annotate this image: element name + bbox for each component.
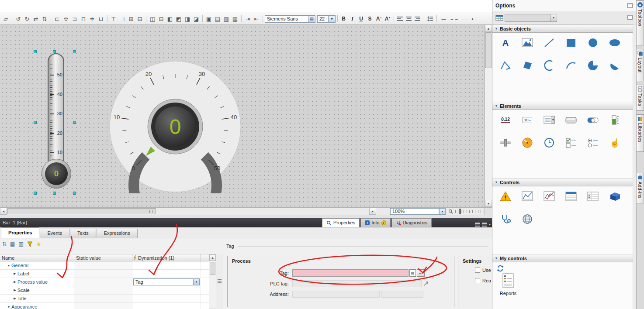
tag-input[interactable] [292, 269, 409, 277]
same-height-icon[interactable]: ⊣ [118, 15, 127, 23]
strikethrough-button[interactable]: S [366, 15, 374, 23]
side-tab-tasks[interactable]: Tasks [637, 85, 644, 111]
paragraph-align-right-icon[interactable] [413, 15, 422, 23]
rectangle-tool[interactable] [564, 36, 578, 49]
selection-handle[interactable] [73, 121, 76, 124]
recipe-view-tool[interactable] [586, 190, 599, 203]
dynamization-combobox[interactable]: Tag ▾ [133, 278, 200, 285]
property-row-process-value[interactable]: ▶Process value Tag ▾ [0, 278, 209, 286]
line-style-button[interactable]: ···· [460, 15, 470, 23]
reports-control[interactable]: Reports [496, 273, 520, 296]
polygon-tool[interactable] [521, 59, 534, 72]
side-tab-add-ins[interactable]: Add-ins [637, 173, 644, 203]
alarm-table-tool[interactable] [564, 190, 578, 203]
canvas-vertical-scrollbar[interactable]: ▲ ▼ [485, 25, 492, 207]
center-vertically-icon[interactable]: ◩ [174, 15, 183, 23]
scroll-up-icon[interactable]: ▲ [485, 25, 492, 32]
segment-tool[interactable] [608, 59, 621, 72]
bar-widget[interactable]: 50 40 30 20 10 0 [36, 52, 80, 196]
clock-tool[interactable] [543, 136, 556, 149]
button-tool[interactable] [564, 113, 578, 127]
line-style-button[interactable]: — [439, 15, 449, 23]
toolbar-overflow-icon[interactable]: ▸ [472, 17, 474, 21]
refresh-icon[interactable] [497, 265, 504, 272]
paragraph-align-left-icon[interactable] [396, 15, 405, 23]
snap-grid-icon[interactable]: ⊟ [135, 15, 144, 23]
pie-tool[interactable] [586, 59, 599, 72]
pane-splitter[interactable] [216, 254, 223, 309]
section-my-controls[interactable]: ▾ My controls [492, 254, 636, 262]
tab-properties[interactable]: Properties [322, 218, 360, 227]
side-tab-libraries[interactable]: Libraries [637, 114, 644, 152]
scroll-left-icon[interactable]: ◄ [0, 208, 7, 215]
plc-tag-input[interactable] [292, 280, 422, 287]
paragraph-align-center-icon[interactable] [405, 15, 413, 23]
tab-properties-sheet[interactable]: Properties [1, 227, 39, 238]
circle-tool[interactable] [586, 36, 599, 49]
section-basic-objects[interactable]: ▾ Basic objects [492, 24, 636, 33]
send-to-back-icon[interactable]: ▤ [213, 15, 222, 23]
column-name[interactable]: Name [0, 254, 74, 261]
tab-texts[interactable]: Texts [70, 229, 96, 238]
distribute-vertical-icon[interactable]: ⊟ [157, 15, 166, 23]
small-window-icon[interactable] [627, 15, 633, 20]
screen-canvas[interactable]: 50 40 30 20 10 0 0 10 20 [0, 25, 485, 207]
polyline-tool[interactable] [499, 59, 512, 72]
list-view-icon[interactable]: ▥ [18, 241, 23, 247]
selection-handle[interactable] [34, 192, 37, 195]
slider-tool[interactable] [499, 136, 512, 149]
font-family-combobox[interactable]: Siemens Sans [265, 15, 308, 23]
selection-handle[interactable] [73, 50, 76, 53]
symbolic-io-field-tool[interactable] [543, 113, 556, 127]
sort-icon[interactable]: ⇅ [2, 241, 7, 247]
align-bottom-icon[interactable]: ⊔ [97, 15, 105, 23]
zoom-slider-handle[interactable] [459, 209, 461, 214]
check-box-tool[interactable] [564, 136, 578, 149]
detail-view-icon[interactable]: ▤ [10, 241, 15, 247]
line-style-button[interactable]: – – [449, 15, 460, 23]
browser-tool[interactable] [608, 190, 621, 203]
horizontal-splitter[interactable] [0, 215, 492, 218]
tag-browse-button[interactable]: ... [417, 269, 425, 277]
property-row-title[interactable]: ▶Title [0, 295, 209, 303]
zoom-dropdown-icon[interactable]: ▾ [439, 208, 446, 215]
palette-combobox[interactable]: ▾ [505, 14, 557, 22]
bold-button[interactable]: B [339, 15, 348, 23]
function-trend-view-tool[interactable] [543, 190, 556, 203]
collapse-panel-icon[interactable] [482, 223, 487, 227]
tag-list-icon[interactable]: ▤ [409, 269, 416, 277]
italic-button[interactable]: I [348, 15, 357, 23]
side-tab-toolbox[interactable]: A Toolbox [637, 0, 644, 45]
selection-handle[interactable] [34, 50, 37, 53]
options-scrollbar[interactable] [633, 24, 636, 309]
combobox-dropdown-icon[interactable]: ▾ [193, 279, 199, 285]
io-field-tool[interactable]: 0.12 [499, 113, 512, 127]
rotate-right-icon[interactable]: ↻ [23, 15, 31, 23]
expander-icon[interactable]: ▶ [12, 280, 17, 284]
section-elements[interactable]: ▾ Elements [492, 102, 636, 110]
property-row-general[interactable]: ▼General [0, 261, 209, 270]
expander-icon[interactable]: ▶ [12, 272, 17, 275]
selection-handle[interactable] [53, 192, 56, 195]
property-row-label[interactable]: ▶Label [0, 270, 209, 278]
font-size-dropdown-icon[interactable]: ▾ [329, 15, 336, 23]
decrease-font-button[interactable]: A▾ [383, 15, 392, 23]
vertical-scroll-thumb[interactable] [485, 32, 492, 68]
scroll-up-icon[interactable]: ▲ [209, 254, 216, 261]
favorites-icon[interactable]: ★ [36, 241, 42, 247]
side-tab-layout[interactable]: Layout [637, 49, 644, 81]
scroll-thumb-grip[interactable] [149, 210, 153, 213]
underline-button[interactable]: U [357, 15, 366, 23]
text-field-tool[interactable]: A [499, 36, 512, 49]
align-right-icon[interactable]: ⊐ [70, 15, 79, 23]
tab-events[interactable]: Events [40, 229, 69, 238]
scroll-thumb[interactable] [210, 262, 215, 275]
rotate-left-icon[interactable]: ↺ [14, 15, 23, 23]
scroll-right-icon[interactable]: ► [369, 208, 376, 215]
tab-expressions[interactable]: Expressions [97, 229, 138, 238]
expander-icon[interactable]: ▶ [12, 297, 17, 300]
expander-icon[interactable]: ▶ [12, 288, 17, 292]
gauge-tool[interactable] [521, 136, 534, 149]
tab-sequence-icon[interactable]: ⇥ [243, 15, 252, 23]
expander-icon[interactable]: ▼ [6, 306, 11, 309]
